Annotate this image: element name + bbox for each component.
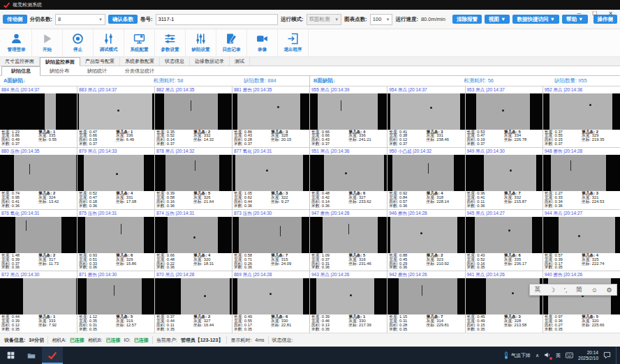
defect-cell[interactable]: 880 压伤 |20:14:35长度: 0.74宽度: 0.95面积: 0.41…: [0, 148, 77, 209]
defect-cell[interactable]: 878 黑点 |20:14:32长度: 0.39宽度: 0.58面积: 0.16…: [155, 148, 232, 209]
defect-coord: 坐标: 233.62: [348, 200, 385, 204]
tool-button-tune[interactable]: 调试模式: [94, 29, 124, 56]
taskbar-app-file-explorer[interactable]: [21, 347, 42, 364]
run-mode-select[interactable]: 双面检测▼: [307, 14, 342, 25]
main-tab-7[interactable]: 测试: [230, 57, 250, 66]
title-bar: 视觉检测系统: [0, 0, 620, 10]
ime-language-indicator[interactable]: 英: [556, 352, 561, 359]
ime-punctuation[interactable]: ’,: [564, 287, 568, 294]
defect-cell[interactable]: 954 黑点 |20:14:37长度: 0.41宽度: 0.38面积: 0.12…: [388, 86, 464, 148]
tool-button-slidersv[interactable]: 缺陷设置: [186, 29, 216, 56]
tray-expand-arrow[interactable]: ∧: [536, 353, 539, 358]
defect-cell[interactable]: 953 黑点 |20:14:37长度: 0.53宽度: 0.47面积: 0.19…: [466, 86, 542, 148]
chart-points-label: 图表点数:: [344, 16, 367, 23]
defect-cell[interactable]: 881 擦伤 |20:14:35长度: 0.86宽度: 0.43面积: 0.28…: [232, 86, 309, 148]
clear-alarm-button[interactable]: 清除报警: [452, 15, 482, 24]
defect-mark: [29, 164, 30, 174]
defect-cell[interactable]: 875 压伤 |20:14:31长度: 0.93宽度: 0.51面积: 0.33…: [78, 210, 154, 271]
defect-cell[interactable]: 869 黑点 |20:14:28长度: 0.49宽度: 0.55面积: 0.17…: [232, 271, 309, 333]
main-tab-4[interactable]: 系统参数配置: [120, 57, 160, 66]
defect-cell[interactable]: 943 黑点 |20:14:26长度: 0.39宽度: 0.46面积: 0.13…: [310, 271, 387, 333]
panel-title[interactable]: B面缺陷↓: [313, 77, 433, 84]
main-tab-3[interactable]: 产品型号配置: [80, 57, 120, 66]
defect-cell-info: 长度: 1.23宽度: 0.86面积: 0.49米数: 0.37第几条: 1灰度…: [0, 130, 77, 148]
speed-value: 80.0m/min: [421, 16, 445, 22]
sub-tab-4[interactable]: 分类信息统计: [116, 66, 163, 75]
defect-cell[interactable]: 870 黑点 |20:14:28长度: 0.37宽度: 0.44面积: 0.11…: [155, 271, 232, 333]
ime-moon-icon[interactable]: ☽: [549, 287, 555, 294]
drive-side-button[interactable]: 传动侧: [3, 15, 27, 24]
tool-button-play[interactable]: 开始: [32, 29, 63, 56]
defect-cell-info: 长度: 1.48宽度: 0.39面积: 0.37米数: 0.36第几条: 2灰度…: [0, 253, 77, 271]
main-tab-6[interactable]: 边缘数据记录: [190, 57, 230, 66]
defect-cell[interactable]: 879 黑点 |20:14:33长度: 0.52宽度: 0.47面积: 0.18…: [78, 148, 154, 209]
defect-cell[interactable]: 884 黑点 |20:14:37长度: 1.23宽度: 0.86面积: 0.49…: [0, 86, 77, 148]
panel-defect-count: 缺陷数量: 955: [524, 77, 617, 84]
defect-cell[interactable]: 883 黑点 |20:14:37长度: 0.47宽度: 0.66面积: 0.19…: [78, 86, 154, 148]
sub-tab-3[interactable]: 缺陷统计: [78, 66, 116, 75]
defect-cell[interactable]: 872 黑点 |20:14:30长度: 0.44宽度: 0.39面积: 0.12…: [0, 271, 77, 333]
ime-simplified[interactable]: 简: [576, 285, 582, 294]
defect-cell[interactable]: 946 擦伤 |20:14:28长度: 0.88宽度: 0.45面积: 0.29…: [388, 210, 464, 271]
minimize-button[interactable]: ─: [577, 10, 581, 17]
taskbar-app-inspection-system[interactable]: [42, 347, 63, 364]
roll-input[interactable]: [156, 14, 279, 25]
defect-cell[interactable]: 950 小凸起 |20:14:32长度: 0.92宽度: 0.84面积: 0.5…: [388, 148, 464, 209]
sub-tab-1[interactable]: 缺陷信息: [1, 66, 40, 76]
defect-cell[interactable]: 942 擦伤 |20:14:26长度: 1.15宽度: 0.31面积: 0.28…: [388, 271, 464, 333]
tool-button-camera[interactable]: 录像: [247, 29, 278, 56]
ime-floating-bar[interactable]: 英☽’,简☺⚙: [529, 284, 617, 296]
tool-button-sliders[interactable]: 参数设置: [155, 29, 186, 56]
defect-cell[interactable]: 947 擦伤 |20:14:28长度: 1.09宽度: 0.37面积: 0.31…: [310, 210, 387, 271]
ime-keyboard-icon[interactable]: [566, 352, 573, 358]
defect-cell[interactable]: 941 黑点 |20:14:26长度: 0.45宽度: 0.49面积: 0.15…: [466, 271, 542, 333]
defect-cell[interactable]: 948 擦伤 |20:14:28长度: 1.27宽度: 0.33面积: 0.34…: [543, 148, 620, 209]
show-desktop-strip[interactable]: [616, 347, 618, 364]
start-button[interactable]: [0, 347, 21, 364]
defect-coord: 坐标: 21.64: [193, 200, 230, 204]
close-button[interactable]: ✕: [608, 10, 613, 17]
defect-cell-info: 长度: 0.74宽度: 0.95面积: 0.41米数: 0.36第几条: 2灰度…: [0, 191, 77, 209]
taskbar-clock[interactable]: 20:14 2025/2/10: [578, 350, 598, 361]
data-quick-access-button[interactable]: 数据快捷访问 ▼: [512, 15, 559, 24]
defect-cell-info: 长度: 0.57宽度: 0.39面积: 0.17米数: 0.35第几条: 4灰度…: [543, 253, 620, 271]
tool-button-exit[interactable]: 退出程序: [278, 29, 309, 56]
defect-cell[interactable]: 882 黑点 |20:14:35长度: 0.35宽度: 0.52面积: 0.14…: [155, 86, 232, 148]
defect-cell[interactable]: 940 擦伤 |20:14:26长度: 0.97宽度: 0.36面积: 0.27…: [543, 271, 620, 333]
defect-cell[interactable]: 876 氧化 |20:14:31长度: 1.48宽度: 0.39面积: 0.37…: [0, 210, 77, 271]
panel-title[interactable]: A面缺陷↓: [3, 77, 123, 84]
chart-points-select[interactable]: 100▼: [370, 14, 393, 25]
ime-settings-gear-icon[interactable]: ⚙: [607, 287, 612, 294]
tool-button-log[interactable]: 日志记录: [216, 29, 247, 56]
main-tab-2[interactable]: 缺陷监控界面: [40, 57, 80, 66]
sub-tab-2[interactable]: 缺陷分布: [40, 66, 78, 75]
tool-button-stop[interactable]: 停止: [63, 29, 94, 56]
defect-cell[interactable]: 949 黑点 |20:14:30长度: 0.36宽度: 0.41面积: 0.11…: [466, 148, 542, 209]
display-time-label: 显示耗时:: [230, 337, 251, 344]
volume-button[interactable]: [544, 351, 551, 359]
defect-cell[interactable]: 945 黑点 |20:14:27长度: 0.43宽度: 0.52面积: 0.16…: [466, 210, 542, 271]
defect-cell[interactable]: 944 黑点 |20:14:27长度: 0.57宽度: 0.39面积: 0.17…: [543, 210, 620, 271]
defect-image: [466, 93, 542, 130]
main-tab-5[interactable]: 状态信息: [160, 57, 190, 66]
maximize-button[interactable]: ☐: [592, 10, 597, 17]
defect-cell[interactable]: 873 压伤 |20:14:30长度: 0.58宽度: 0.71面积: 0.26…: [232, 210, 309, 271]
weather-widget[interactable]: 气温下降: [503, 351, 531, 359]
tool-button-user[interactable]: 管理登录: [1, 29, 32, 56]
view-menu-button[interactable]: 视图 ▼: [485, 15, 510, 24]
tool-button-monitor[interactable]: 系统配置: [124, 29, 155, 56]
action-center-icon[interactable]: [603, 351, 611, 359]
ime-lang-english[interactable]: 英: [534, 285, 540, 294]
defect-cell[interactable]: 952 黑点 |20:14:36长度: 0.37宽度: 0.55面积: 0.15…: [543, 86, 620, 148]
slit-count-select[interactable]: 8▼: [55, 14, 105, 25]
defect-cell[interactable]: 951 黑点 |20:14:36长度: 0.48宽度: 0.42面积: 0.14…: [310, 148, 387, 209]
ime-emoji-icon[interactable]: ☺: [591, 287, 598, 294]
main-tab-1[interactable]: 尺寸监控界面: [0, 57, 40, 66]
defect-cell[interactable]: 874 压伤 |20:14:31长度: 0.66宽度: 0.48面积: 0.22…: [155, 210, 232, 271]
defect-cell[interactable]: 871 擦伤 |20:14:30长度: 1.12宽度: 0.35面积: 0.31…: [78, 271, 154, 333]
defect-cell-info: 长度: 0.39宽度: 0.46面积: 0.13米数: 0.35第几条: 1灰度…: [310, 314, 387, 333]
defect-cell[interactable]: 955 黑点 |20:14:39长度: 0.66宽度: 0.66面积: 0.43…: [310, 86, 387, 148]
confirm-count-button[interactable]: 确认条数: [108, 15, 138, 24]
defect-meter: 米数: 0.36: [1, 266, 38, 270]
defect-cell[interactable]: 877 氧化 |20:14:31长度: 1.05宽度: 0.62面积: 0.44…: [232, 148, 309, 209]
